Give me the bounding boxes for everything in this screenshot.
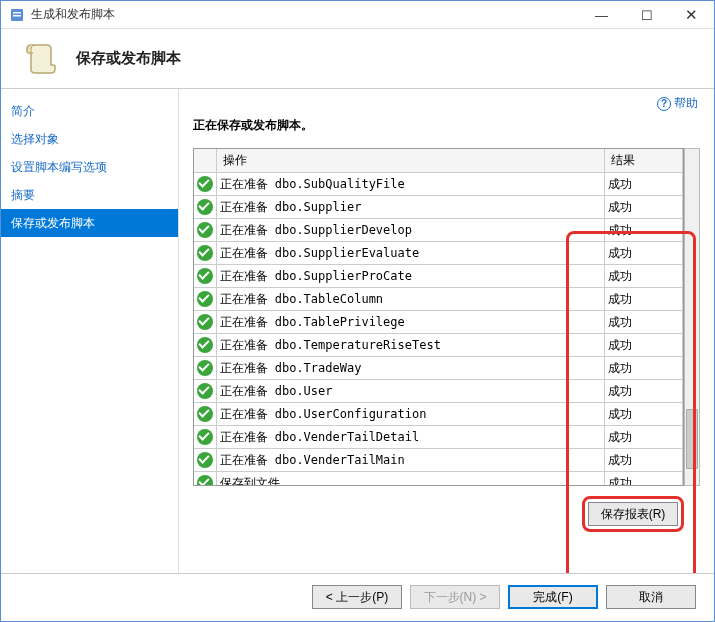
action-cell: 正在准备 dbo.UserConfiguration xyxy=(216,403,605,426)
action-cell: 正在准备 dbo.TablePrivilege xyxy=(216,311,605,334)
status-heading: 正在保存或发布脚本。 xyxy=(193,117,700,134)
scroll-icon xyxy=(21,39,61,79)
table-row[interactable]: 正在准备 dbo.TradeWay成功 xyxy=(194,357,683,380)
action-cell: 正在准备 dbo.SubQualityFile xyxy=(216,173,605,196)
table-row[interactable]: 正在准备 dbo.UserConfiguration成功 xyxy=(194,403,683,426)
result-cell: 成功 xyxy=(605,403,683,426)
success-check-icon xyxy=(197,268,213,284)
result-cell: 成功 xyxy=(605,265,683,288)
result-cell: 成功 xyxy=(605,357,683,380)
status-icon-cell xyxy=(194,288,216,311)
action-cell: 保存到文件 xyxy=(216,472,605,487)
wizard-header: 保存或发布脚本 xyxy=(1,29,714,89)
status-icon-cell xyxy=(194,334,216,357)
finish-button[interactable]: 完成(F) xyxy=(508,585,598,609)
success-check-icon xyxy=(197,337,213,353)
window-title: 生成和发布脚本 xyxy=(31,6,579,23)
status-icon-cell xyxy=(194,196,216,219)
sidebar-item-1[interactable]: 选择对象 xyxy=(1,125,178,153)
status-icon-cell xyxy=(194,311,216,334)
success-check-icon xyxy=(197,475,213,486)
scrollbar-track[interactable] xyxy=(684,148,700,486)
sidebar-item-3[interactable]: 摘要 xyxy=(1,181,178,209)
success-check-icon xyxy=(197,199,213,215)
table-row[interactable]: 正在准备 dbo.TemperatureRiseTest成功 xyxy=(194,334,683,357)
result-cell: 成功 xyxy=(605,334,683,357)
success-check-icon xyxy=(197,245,213,261)
action-cell: 正在准备 dbo.SupplierEvaluate xyxy=(216,242,605,265)
scrollbar-thumb[interactable] xyxy=(686,409,698,469)
cancel-button[interactable]: 取消 xyxy=(606,585,696,609)
minimize-button[interactable]: — xyxy=(579,1,624,29)
result-cell: 成功 xyxy=(605,426,683,449)
previous-button[interactable]: < 上一步(P) xyxy=(312,585,402,609)
success-check-icon xyxy=(197,222,213,238)
table-row[interactable]: 正在准备 dbo.SupplierEvaluate成功 xyxy=(194,242,683,265)
wizard-footer: < 上一步(P) 下一步(N) > 完成(F) 取消 xyxy=(1,573,714,621)
action-cell: 正在准备 dbo.VenderTailMain xyxy=(216,449,605,472)
col-action-header[interactable]: 操作 xyxy=(216,149,605,173)
success-check-icon xyxy=(197,383,213,399)
titlebar[interactable]: 生成和发布脚本 — ☐ ✕ xyxy=(1,1,714,29)
status-icon-cell xyxy=(194,449,216,472)
progress-table-scroll[interactable]: 操作 结果 正在准备 dbo.SubQualityFile成功正在准备 dbo.… xyxy=(193,148,684,486)
success-check-icon xyxy=(197,314,213,330)
success-check-icon xyxy=(197,429,213,445)
result-cell: 成功 xyxy=(605,311,683,334)
action-cell: 正在准备 dbo.TemperatureRiseTest xyxy=(216,334,605,357)
action-cell: 正在准备 dbo.User xyxy=(216,380,605,403)
table-row[interactable]: 正在准备 dbo.VenderTailDetail成功 xyxy=(194,426,683,449)
status-icon-cell xyxy=(194,219,216,242)
sidebar-item-0[interactable]: 简介 xyxy=(1,97,178,125)
status-icon-cell xyxy=(194,242,216,265)
action-cell: 正在准备 dbo.TableColumn xyxy=(216,288,605,311)
save-report-button[interactable]: 保存报表(R) xyxy=(588,502,678,526)
result-cell: 成功 xyxy=(605,449,683,472)
table-row[interactable]: 正在准备 dbo.User成功 xyxy=(194,380,683,403)
result-cell: 成功 xyxy=(605,196,683,219)
help-link[interactable]: ? 帮助 xyxy=(657,95,698,112)
close-button[interactable]: ✕ xyxy=(669,1,714,29)
result-cell: 成功 xyxy=(605,173,683,196)
table-row[interactable]: 正在准备 dbo.TableColumn成功 xyxy=(194,288,683,311)
action-cell: 正在准备 dbo.SupplierProCate xyxy=(216,265,605,288)
table-row[interactable]: 正在准备 dbo.TablePrivilege成功 xyxy=(194,311,683,334)
status-icon-cell xyxy=(194,426,216,449)
action-cell: 正在准备 dbo.SupplierDevelop xyxy=(216,219,605,242)
success-check-icon xyxy=(197,452,213,468)
status-icon-cell xyxy=(194,472,216,487)
svg-rect-2 xyxy=(13,15,21,17)
action-cell: 正在准备 dbo.Supplier xyxy=(216,196,605,219)
sidebar-item-2[interactable]: 设置脚本编写选项 xyxy=(1,153,178,181)
table-row[interactable]: 正在准备 dbo.SupplierDevelop成功 xyxy=(194,219,683,242)
status-icon-cell xyxy=(194,357,216,380)
result-cell: 成功 xyxy=(605,472,683,487)
action-cell: 正在准备 dbo.TradeWay xyxy=(216,357,605,380)
progress-table-wrap: 操作 结果 正在准备 dbo.SubQualityFile成功正在准备 dbo.… xyxy=(193,148,700,486)
col-result-header[interactable]: 结果 xyxy=(605,149,683,173)
success-check-icon xyxy=(197,176,213,192)
result-cell: 成功 xyxy=(605,219,683,242)
status-icon-cell xyxy=(194,173,216,196)
status-icon-cell xyxy=(194,380,216,403)
success-check-icon xyxy=(197,291,213,307)
main-panel: ? 帮助 正在保存或发布脚本。 操作 结果 xyxy=(179,89,714,573)
result-cell: 成功 xyxy=(605,288,683,311)
app-icon xyxy=(9,7,25,23)
action-cell: 正在准备 dbo.VenderTailDetail xyxy=(216,426,605,449)
sidebar: 简介选择对象设置脚本编写选项摘要保存或发布脚本 xyxy=(1,89,179,573)
sidebar-item-4[interactable]: 保存或发布脚本 xyxy=(1,209,178,237)
help-label: 帮助 xyxy=(674,95,698,112)
success-check-icon xyxy=(197,406,213,422)
table-row[interactable]: 正在准备 dbo.VenderTailMain成功 xyxy=(194,449,683,472)
success-check-icon xyxy=(197,360,213,376)
table-row[interactable]: 保存到文件成功 xyxy=(194,472,683,487)
table-header-row: 操作 结果 xyxy=(194,149,683,173)
wizard-body: 简介选择对象设置脚本编写选项摘要保存或发布脚本 ? 帮助 正在保存或发布脚本。 … xyxy=(1,89,714,573)
table-row[interactable]: 正在准备 dbo.Supplier成功 xyxy=(194,196,683,219)
page-title: 保存或发布脚本 xyxy=(76,49,181,68)
maximize-button[interactable]: ☐ xyxy=(624,1,669,29)
table-row[interactable]: 正在准备 dbo.SupplierProCate成功 xyxy=(194,265,683,288)
table-row[interactable]: 正在准备 dbo.SubQualityFile成功 xyxy=(194,173,683,196)
next-button: 下一步(N) > xyxy=(410,585,500,609)
